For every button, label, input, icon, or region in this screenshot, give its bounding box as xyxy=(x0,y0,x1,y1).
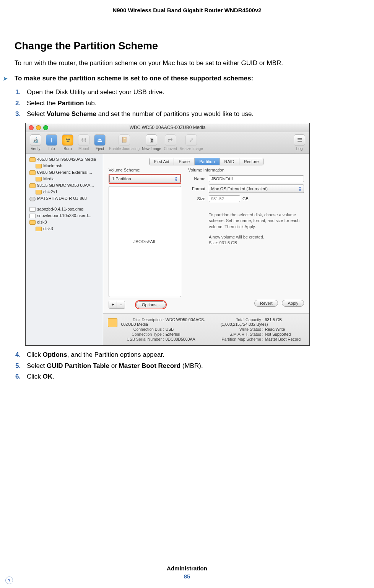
partition-hint: To partition the selected disk, choose a… xyxy=(209,212,304,230)
remove-partition-button[interactable]: − xyxy=(117,301,125,308)
enable-journaling-button[interactable]: 📔Enable Journaling xyxy=(109,134,140,151)
step-3: Select Volume Scheme and set the number … xyxy=(25,109,359,119)
footer-section: Administration xyxy=(0,565,374,572)
task-arrow-icon: ➤ xyxy=(3,75,8,82)
format-label: Format: xyxy=(188,186,207,191)
disk-utility-screenshot: WDC WD50 00AACS-00ZUB0 Media 🔬Verify iIn… xyxy=(25,123,310,346)
step-5: Select GUID Partition Table or Master Bo… xyxy=(25,361,359,371)
minimize-icon[interactable] xyxy=(36,125,41,130)
size-label: Size: xyxy=(188,196,207,201)
apply-button[interactable]: Apply xyxy=(282,300,304,307)
step-4: Click Options, and the Partition options… xyxy=(25,350,359,360)
disk-icon xyxy=(108,318,117,327)
format-select[interactable]: Mac OS Extended (Journaled) ▲▼ xyxy=(209,185,304,193)
tab-raid[interactable]: RAID xyxy=(220,158,239,165)
name-label: Name: xyxy=(188,176,207,181)
running-header: N900 Wireless Dual Band Gigabit Router W… xyxy=(0,0,374,13)
volume-scheme-label: Volume Scheme: xyxy=(109,168,181,172)
eject-button[interactable]: ⏏Eject xyxy=(93,134,107,151)
sidebar-volume[interactable]: disk3 xyxy=(27,225,101,232)
intro-paragraph: To run with the router, the partition sc… xyxy=(15,59,359,68)
tab-partition[interactable]: Partition xyxy=(195,158,220,165)
chevron-updown-icon: ▲▼ xyxy=(174,176,178,182)
burn-button[interactable]: ☢Burn xyxy=(61,134,75,151)
volume-scheme-select[interactable]: 1 Partition ▲▼ xyxy=(109,175,180,183)
tab-restore[interactable]: Restore xyxy=(239,158,263,165)
size-unit: GB xyxy=(242,196,249,201)
sidebar-volume[interactable]: disk2s1 xyxy=(27,189,101,195)
sidebar-volume[interactable]: Media xyxy=(27,176,101,182)
sidebar-optical[interactable]: MATSHITA DVD-R UJ-868 xyxy=(27,195,101,202)
device-sidebar: 465.8 GB ST9500420AS Media Macintosh 698… xyxy=(26,154,103,345)
footer-page-number: 85 xyxy=(0,573,374,580)
step-2: Select the Partition tab. xyxy=(25,99,359,108)
tab-first-aid[interactable]: First Aid xyxy=(150,158,174,165)
options-button[interactable]: Options... xyxy=(136,301,166,308)
size-field[interactable]: 931.52 xyxy=(209,195,240,202)
log-button[interactable]: ☰Log xyxy=(293,134,306,151)
new-image-button[interactable]: 🗎New Image xyxy=(142,134,161,151)
window-titlebar: WDC WD50 00AACS-00ZUB0 Media xyxy=(26,123,309,132)
sidebar-image[interactable]: sabnzbd-0.4.11-osx.dmg xyxy=(27,206,101,212)
sidebar-disk[interactable]: 698.6 GB Generic External ... xyxy=(27,169,101,176)
volume-scheme-highlight: 1 Partition ▲▼ xyxy=(109,174,181,184)
verify-button[interactable]: 🔬Verify xyxy=(29,134,42,151)
task-heading: ➤ To make sure the partition scheme is s… xyxy=(15,75,359,82)
page-footer: Administration 85 xyxy=(0,565,374,580)
toolbar: 🔬Verify iInfo ☢Burn ⛁Mount ⏏Eject 📔Enabl… xyxy=(26,132,309,154)
step-1: Open the Disk Utility and select your US… xyxy=(25,88,359,97)
sidebar-volume[interactable]: Macintosh xyxy=(27,163,101,169)
options-highlight: Options... xyxy=(135,300,167,309)
step-6: Click OK. xyxy=(25,372,359,382)
revert-button[interactable]: Revert xyxy=(254,300,278,307)
page-title: Change the Partition Scheme xyxy=(15,40,359,52)
name-field[interactable]: JBODisFAIL xyxy=(209,175,304,182)
resize-image-button[interactable]: ⤢Resize Image xyxy=(180,134,203,151)
tab-erase[interactable]: Erase xyxy=(174,158,195,165)
window-title: WDC WD50 00AACS-00ZUB0 Media xyxy=(130,125,206,130)
sidebar-disk[interactable]: 931.5 GB WDC WD50 00AA... xyxy=(27,182,101,189)
chevron-updown-icon: ▲▼ xyxy=(298,186,302,192)
add-partition-button[interactable]: + xyxy=(109,301,117,308)
task-text: To make sure the partition scheme is set… xyxy=(15,75,253,82)
sidebar-image[interactable]: snowleopard.10a380.userd... xyxy=(27,212,101,219)
disk-info-bar: Disk Description :WDC WD50 00AACS-00ZUB0… xyxy=(103,313,309,345)
add-remove-partition: + − xyxy=(109,301,125,309)
mount-button[interactable]: ⛁Mount xyxy=(77,134,91,151)
convert-button[interactable]: ⇄Convert xyxy=(164,134,177,151)
zoom-icon[interactable] xyxy=(43,125,48,130)
new-volume-hint: A new volume will be created. Size: 931.… xyxy=(209,234,304,246)
info-button[interactable]: iInfo xyxy=(45,134,59,151)
footer-rule xyxy=(16,561,358,561)
close-icon[interactable] xyxy=(29,125,34,130)
tab-bar: First Aid Erase Partition RAID Restore xyxy=(149,158,264,165)
sidebar-disk[interactable]: 465.8 GB ST9500420AS Media xyxy=(27,156,101,163)
volume-info-heading: Volume Information xyxy=(188,168,304,172)
sidebar-disk[interactable]: disk3 xyxy=(27,219,101,225)
partition-map[interactable]: JBODisFAIL xyxy=(109,186,181,297)
